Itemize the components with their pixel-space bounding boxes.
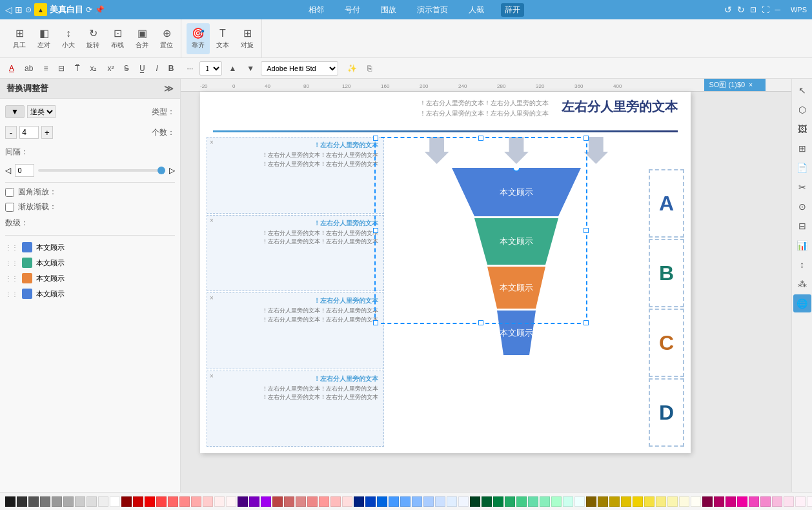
palette-swatch[interactable]	[679, 496, 689, 507]
share-icon[interactable]: ⟳	[86, 5, 92, 14]
palette-swatch[interactable]	[505, 496, 515, 507]
palette-swatch[interactable]	[470, 496, 480, 507]
fmt-italic-btn[interactable]: I	[152, 61, 161, 76]
palette-swatch[interactable]	[179, 496, 190, 507]
palette-swatch[interactable]	[121, 496, 132, 507]
type-select[interactable]: 逆类正类	[27, 105, 56, 118]
shadow1-checkbox[interactable]	[5, 188, 14, 197]
palette-swatch[interactable]	[493, 496, 503, 507]
opacity-up-btn[interactable]: ▷	[169, 166, 175, 175]
palette-swatch[interactable]	[574, 496, 585, 507]
palette-swatch[interactable]	[75, 496, 85, 507]
fmt-highlight-btn[interactable]: ab	[21, 61, 37, 76]
palette-swatch[interactable]	[563, 496, 573, 507]
palette-swatch[interactable]	[296, 496, 306, 507]
palette-swatch[interactable]	[249, 496, 259, 507]
right-tool-crop[interactable]: ✂	[793, 178, 811, 196]
palette-swatch[interactable]	[598, 496, 608, 507]
palette-swatch[interactable]	[86, 496, 97, 507]
palette-swatch[interactable]	[203, 496, 213, 507]
palette-swatch[interactable]	[342, 496, 352, 507]
shadow2-checkbox[interactable]	[5, 203, 14, 212]
selection-handle-top[interactable]	[513, 168, 520, 171]
palette-swatch[interactable]	[400, 496, 411, 507]
font-size-select[interactable]: 19182024	[199, 61, 222, 76]
close-icon-c[interactable]: ×	[210, 294, 214, 301]
tool-btn-size[interactable]: ↕ 小大	[57, 23, 80, 54]
right-tool-image[interactable]: 🖼	[793, 120, 811, 138]
type-preview[interactable]: ▼	[5, 105, 25, 118]
label-a[interactable]: A	[649, 169, 684, 238]
tool-btn-tools[interactable]: ⊞ 具工	[8, 23, 31, 54]
right-tool-layers[interactable]: ⊞	[793, 139, 811, 158]
count-minus-btn[interactable]: -	[5, 126, 17, 139]
palette-swatch[interactable]	[389, 496, 399, 507]
tool-btn-align[interactable]: ◧ 左对	[32, 23, 56, 54]
pin-icon[interactable]: 📌	[95, 5, 105, 14]
palette-swatch[interactable]	[98, 496, 108, 507]
color-handle-1[interactable]: ⋮⋮	[5, 260, 18, 267]
palette-swatch[interactable]	[702, 496, 713, 507]
text-box-a[interactable]: × 左右分人里旁的文本！ 左右分人里旁的文本！左右分人里旁的文本！ 左右分人里旁…	[207, 137, 384, 214]
color-handle-2[interactable]: ⋮⋮	[5, 275, 18, 282]
app-grid-icon[interactable]: ⊞	[15, 5, 23, 15]
undo-icon[interactable]: ↺	[724, 5, 732, 15]
tool-btn-position[interactable]: ⊕ 置位	[155, 23, 178, 54]
palette-swatch[interactable]	[691, 496, 701, 507]
tool-btn-layout[interactable]: ⊡ 布线	[106, 23, 129, 54]
color-dot-3[interactable]	[22, 289, 32, 299]
palette-swatch[interactable]	[737, 496, 747, 507]
palette-swatch[interactable]	[609, 496, 620, 507]
color-handle-0[interactable]: ⋮⋮	[5, 244, 18, 251]
palette-swatch[interactable]	[644, 496, 655, 507]
color-handle-3[interactable]: ⋮⋮	[5, 291, 18, 298]
magic-btn[interactable]: ✨	[343, 61, 361, 76]
palette-swatch[interactable]	[168, 496, 178, 507]
right-tool-select[interactable]: ↖	[793, 81, 811, 99]
type-selector[interactable]: ▼ 逆类正类	[5, 105, 56, 118]
palette-swatch[interactable]	[52, 496, 62, 507]
palette-swatch[interactable]	[5, 496, 15, 507]
right-tool-random[interactable]: ⁂	[793, 275, 811, 293]
palette-swatch[interactable]	[17, 496, 27, 507]
palette-swatch[interactable]	[191, 496, 201, 507]
fullscreen-icon[interactable]: ⛶	[762, 5, 769, 14]
palette-swatch[interactable]	[28, 496, 39, 507]
menu-yanshi[interactable]: 演示首页	[413, 3, 452, 17]
user-menu[interactable]: ⊙	[25, 5, 32, 14]
palette-swatch[interactable]	[284, 496, 294, 507]
label-d[interactable]: D	[649, 378, 684, 447]
count-plus-btn[interactable]: +	[41, 126, 53, 139]
color-dot-1[interactable]	[22, 258, 32, 268]
fmt-strike-btn[interactable]: S̶	[120, 61, 133, 76]
fmt-indent-btn[interactable]: ⊟	[54, 61, 68, 76]
menu-xianglin[interactable]: 相邻	[305, 3, 328, 17]
fmt-bold-btn[interactable]: B	[165, 61, 178, 76]
palette-swatch[interactable]	[156, 496, 167, 507]
palette-swatch[interactable]	[633, 496, 643, 507]
palette-swatch[interactable]	[551, 496, 562, 507]
text-box-c[interactable]: × 左右分人里旁的文本！ 左右分人里旁的文本！左右分人里旁的文本！ 左右分人里旁…	[207, 292, 384, 369]
palette-swatch[interactable]	[795, 496, 806, 507]
font-size-up-btn[interactable]: ▲	[225, 61, 240, 76]
window-icon[interactable]: ⊡	[750, 5, 756, 14]
opacity-down-btn[interactable]: ◁	[5, 166, 11, 175]
font-size-down-btn[interactable]: ▼	[243, 61, 258, 76]
palette-swatch[interactable]	[354, 496, 364, 507]
tool-btn-transform[interactable]: ⊞ 对旋	[236, 23, 259, 54]
palette-swatch[interactable]	[516, 496, 527, 507]
palette-swatch[interactable]	[714, 496, 724, 507]
palette-swatch[interactable]	[586, 496, 596, 507]
count-input[interactable]	[19, 126, 39, 139]
fmt-caption-btn[interactable]: T̃	[71, 61, 83, 76]
palette-swatch[interactable]	[458, 496, 469, 507]
nav-back-icon[interactable]: ◁	[5, 5, 12, 15]
right-tool-table[interactable]: ⊟	[793, 217, 811, 235]
opacity-input[interactable]	[15, 164, 34, 177]
palette-swatch[interactable]	[726, 496, 736, 507]
close-icon-d[interactable]: ×	[210, 372, 214, 380]
collapse-btn[interactable]: ≫	[164, 83, 174, 94]
palette-swatch[interactable]	[667, 496, 678, 507]
palette-swatch[interactable]	[760, 496, 771, 507]
palette-swatch[interactable]	[621, 496, 631, 507]
